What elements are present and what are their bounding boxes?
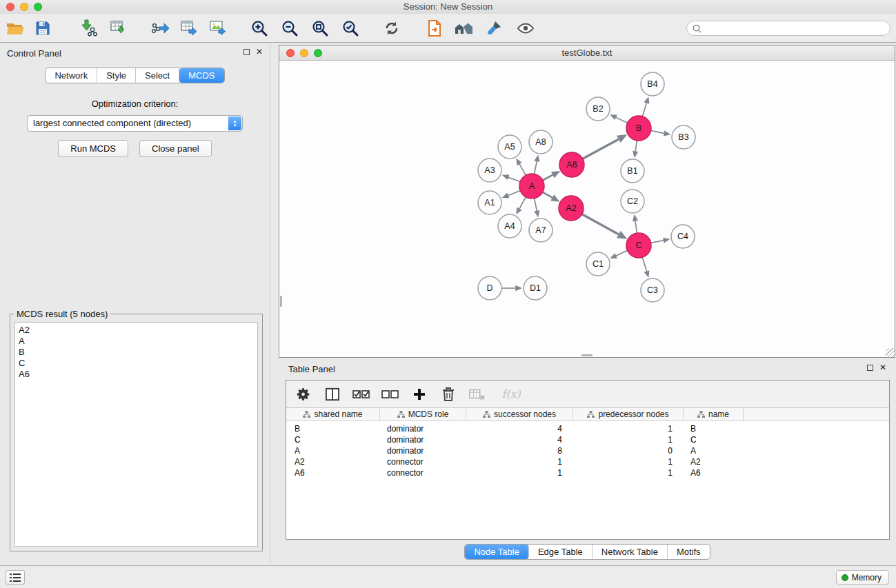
close-window-button[interactable]: [6, 3, 14, 11]
zoom-selected-button[interactable]: [338, 17, 363, 40]
table-cell[interactable]: 1: [466, 467, 573, 478]
network-node-A[interactable]: A: [519, 174, 544, 199]
network-node-C4[interactable]: C4: [671, 225, 695, 248]
run-mcds-button[interactable]: Run MCDS: [58, 140, 128, 157]
column-header-name[interactable]: name: [684, 408, 744, 420]
float-control-panel-button[interactable]: [243, 49, 250, 55]
network-edge-A-A1[interactable]: [508, 190, 521, 195]
horizontal-scrollbar-thumb[interactable]: [581, 354, 593, 356]
network-node-A6[interactable]: A6: [559, 152, 584, 177]
network-edge-B-B2[interactable]: [616, 117, 628, 123]
zoom-out-button[interactable]: [277, 17, 302, 40]
network-edge-B-B4[interactable]: [642, 103, 646, 117]
network-node-B4[interactable]: B4: [641, 72, 664, 96]
import-network-button[interactable]: [76, 17, 101, 40]
apply-style-button[interactable]: [481, 17, 506, 40]
network-edge-A6-B[interactable]: [582, 139, 619, 159]
network-edge-B-B1[interactable]: [635, 140, 637, 152]
minimize-network-window-button[interactable]: [300, 49, 308, 57]
control-panel-tab-network[interactable]: Network: [46, 68, 97, 83]
show-panel-menu-button[interactable]: [6, 570, 25, 585]
table-settings-button[interactable]: [295, 385, 312, 404]
resize-grip[interactable]: [886, 348, 895, 357]
table-cell[interactable]: dominator: [380, 423, 466, 434]
maximize-network-window-button[interactable]: [314, 49, 322, 57]
network-edge-A-A7[interactable]: [534, 198, 537, 211]
close-panel-button[interactable]: Close panel: [139, 140, 212, 157]
network-node-C[interactable]: C: [626, 233, 651, 258]
table-cell[interactable]: connector: [380, 456, 466, 467]
network-edge-C-C2[interactable]: [635, 221, 637, 234]
table-row[interactable]: Cdominator41C: [286, 434, 889, 445]
network-edge-C-C3[interactable]: [642, 256, 647, 271]
table-tab-motifs[interactable]: Motifs: [668, 545, 710, 559]
network-edge-A-A4[interactable]: [519, 196, 526, 209]
zoom-fit-button[interactable]: [308, 17, 332, 40]
control-panel-tab-style[interactable]: Style: [97, 68, 136, 83]
delete-table-button[interactable]: [468, 385, 486, 404]
network-node-C1[interactable]: C1: [586, 252, 610, 276]
table-cell[interactable]: 1: [573, 456, 684, 467]
vertical-scrollbar-thumb[interactable]: [280, 296, 282, 307]
maximize-window-button[interactable]: [34, 3, 42, 11]
network-edge-A-A3[interactable]: [508, 177, 521, 182]
network-node-B3[interactable]: B3: [672, 125, 695, 149]
show-hide-button[interactable]: [513, 17, 538, 40]
mcds-result-item[interactable]: A2: [19, 325, 254, 336]
table-tab-node-table[interactable]: Node Table: [465, 545, 529, 559]
table-cell[interactable]: 1: [573, 434, 684, 445]
table-row[interactable]: Adominator80A: [286, 445, 889, 456]
mcds-result-item[interactable]: A6: [19, 369, 254, 380]
select-all-columns-button[interactable]: [352, 385, 370, 404]
show-column-button[interactable]: [323, 385, 341, 404]
network-node-D1[interactable]: D1: [524, 276, 547, 300]
network-node-A2[interactable]: A2: [559, 196, 584, 221]
network-edge-A-A5[interactable]: [519, 164, 526, 176]
table-cell[interactable]: 0: [573, 445, 684, 456]
control-panel-tab-select[interactable]: Select: [136, 68, 179, 83]
table-tab-network-table[interactable]: Network Table: [593, 545, 668, 559]
table-cell[interactable]: A6: [684, 467, 744, 478]
control-panel-tab-mcds[interactable]: MCDS: [179, 68, 223, 83]
memory-button[interactable]: Memory: [836, 570, 889, 585]
close-network-window-button[interactable]: [286, 49, 295, 57]
network-node-C3[interactable]: C3: [641, 278, 664, 302]
network-edge-C-C4[interactable]: [650, 241, 664, 243]
table-row[interactable]: Bdominator41B: [286, 423, 889, 434]
mcds-result-list[interactable]: A2ABCA6: [14, 322, 258, 547]
table-cell[interactable]: 1: [573, 467, 684, 478]
close-table-panel-button[interactable]: ✕: [879, 364, 886, 371]
network-node-B[interactable]: B: [626, 116, 651, 141]
column-header-shared-name[interactable]: shared name: [286, 408, 380, 420]
function-builder-button[interactable]: f(x): [497, 385, 525, 404]
close-control-panel-button[interactable]: ✕: [256, 48, 263, 55]
table-row[interactable]: A6connector11A6: [286, 467, 889, 478]
mcds-result-item[interactable]: B: [19, 347, 254, 358]
mcds-result-item[interactable]: C: [19, 358, 254, 369]
network-node-C2[interactable]: C2: [621, 190, 644, 213]
network-canvas[interactable]: B4B2BB3A5A8A6B1A3AC2A1A2A4A7C4CC1C3DD1: [279, 61, 895, 357]
table-cell[interactable]: dominator: [380, 434, 466, 445]
network-node-A3[interactable]: A3: [478, 159, 501, 182]
network-node-A7[interactable]: A7: [529, 219, 552, 242]
float-table-panel-button[interactable]: [867, 365, 873, 371]
export-network-button[interactable]: [148, 17, 172, 40]
export-image-button[interactable]: [206, 17, 230, 40]
delete-columns-button[interactable]: [439, 385, 457, 404]
table-cell[interactable]: C: [286, 434, 380, 445]
open-file-button[interactable]: [3, 17, 28, 40]
table-cell[interactable]: 1: [573, 423, 684, 434]
network-edge-C-C1[interactable]: [616, 250, 628, 256]
network-edge-A2-C[interactable]: [581, 214, 619, 234]
network-edge-A-A2[interactable]: [542, 192, 552, 197]
table-cell[interactable]: connector: [380, 467, 466, 478]
optimization-criterion-select[interactable]: largest connected component (directed) ▲…: [27, 115, 243, 132]
column-header-successor-nodes[interactable]: successor nodes: [466, 408, 573, 420]
table-cell[interactable]: A2: [286, 456, 380, 467]
zoom-in-button[interactable]: [247, 17, 272, 40]
network-node-A1[interactable]: A1: [478, 191, 501, 214]
table-cell[interactable]: B: [684, 423, 744, 434]
table-cell[interactable]: A2: [684, 456, 744, 467]
save-session-button[interactable]: [30, 17, 55, 40]
export-table-button[interactable]: [177, 17, 201, 40]
